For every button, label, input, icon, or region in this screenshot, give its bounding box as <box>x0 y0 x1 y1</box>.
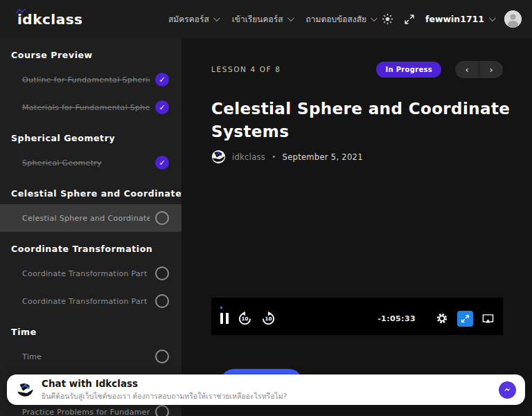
completed-check-icon: ✓ <box>155 156 169 170</box>
section-header: Course Preview <box>0 38 181 66</box>
sidebar-section: Spherical Geometry Spherical Geometry ✓ <box>0 121 181 177</box>
section-header: Spherical Geometry <box>0 121 181 149</box>
chevron-down-icon <box>213 15 220 21</box>
lesson-item-label: Materials for Fundamental Spherical A... <box>22 103 150 112</box>
next-lesson-button[interactable]: › <box>479 61 503 78</box>
lesson-meta-row: LESSON 4 OF 8 In Progress ‹ › <box>211 60 503 78</box>
prev-lesson-button[interactable]: ‹ <box>455 61 479 78</box>
forward-10-button[interactable]: 10 <box>261 311 276 326</box>
lesson-pager: ‹ › <box>455 61 503 78</box>
pause-button[interactable] <box>220 313 229 324</box>
course-sidebar: Course Preview Outline for Fundamental S… <box>0 38 181 416</box>
svg-text:10: 10 <box>265 316 272 322</box>
chevron-down-icon <box>287 15 294 21</box>
sidebar-section: Celestial Sphere and Coordinate Sy... Ce… <box>0 177 181 232</box>
constellation-icon <box>15 8 26 15</box>
lesson-item[interactable]: Coordinate Transformation Part 1 ✓ <box>0 260 181 287</box>
lesson-item-label: Spherical Geometry <box>22 159 150 168</box>
lesson-main: LESSON 4 OF 8 In Progress ‹ › Celestial … <box>181 38 532 416</box>
player-fullscreen-button[interactable] <box>457 311 473 327</box>
lesson-item[interactable]: Celestial Sphere and Coordinate Syste...… <box>0 204 181 232</box>
section-header: Time <box>0 315 181 343</box>
lesson-item-label: Coordinate Transformation Part 1 <box>22 269 150 278</box>
sidebar-section: Time Time ✓ <box>0 315 181 370</box>
chat-subtitle: ยินดีต้อนรับสู่เว็บไซต์ของเรา ต้องการสอบ… <box>42 390 287 402</box>
author-row: idkclass • September 5, 2021 <box>211 150 363 164</box>
nav-menu-item[interactable]: เข้าเรียนคอร์ส <box>232 12 292 26</box>
lesson-item[interactable]: Materials for Fundamental Spherical A...… <box>0 93 181 121</box>
app-logo[interactable]: idkclass <box>17 11 83 28</box>
publish-date: September 5, 2021 <box>283 152 363 162</box>
fullscreen-icon[interactable] <box>404 14 415 25</box>
nav-menu-item[interactable]: สมัครคอร์ส <box>168 12 218 26</box>
chevron-down-icon <box>371 15 378 21</box>
time-remaining: -1:05:33 <box>378 314 416 323</box>
user-menu[interactable]: fewwin1711 <box>425 14 494 24</box>
page-title: Celestial Sphere and Coordinate Systems <box>211 98 532 144</box>
airplay-icon[interactable] <box>482 314 494 324</box>
incomplete-circle-icon <box>155 294 169 308</box>
incomplete-circle-icon <box>155 405 169 416</box>
navbar-right: fewwin1711 <box>382 10 522 28</box>
section-items: Time ✓ <box>0 343 181 370</box>
username: fewwin1711 <box>425 14 484 24</box>
messenger-icon[interactable] <box>499 381 516 399</box>
incomplete-circle-icon <box>155 211 169 225</box>
section-header: Celestial Sphere and Coordinate Sy... <box>0 177 181 204</box>
rewind-10-button[interactable]: 10 <box>238 311 252 326</box>
incomplete-circle-icon <box>155 266 169 280</box>
author-name: idkclass <box>232 152 265 162</box>
section-items: Coordinate Transformation Part 1 ✓ Coord… <box>0 260 181 315</box>
avatar[interactable] <box>504 10 522 28</box>
lesson-item-label: Outline for Fundamental Spherical Astr..… <box>22 75 150 84</box>
nav-menu-item[interactable]: ถามตอบข้อสงสัย <box>306 12 375 26</box>
section-items: Spherical Geometry ✓ <box>0 149 181 177</box>
nav-menu-label: ถามตอบข้อสงสัย <box>306 12 366 26</box>
chat-logo-icon <box>16 381 35 399</box>
completed-check-icon: ✓ <box>155 100 169 114</box>
nav-menu: สมัครคอร์ส เข้าเรียนคอร์ส ถามตอบข้อสงสัย <box>168 12 375 26</box>
sidebar-sections: Course Preview Outline for Fundamental S… <box>0 38 181 416</box>
navbar: idkclass สมัครคอร์ส เข้าเรียนคอร์ส ถามตอ… <box>0 0 532 38</box>
nav-menu-label: สมัครคอร์ส <box>168 12 209 26</box>
lesson-item-label: Time <box>22 352 150 361</box>
section-header: Coordinate Transformation <box>0 232 181 260</box>
completed-check-icon: ✓ <box>155 73 169 87</box>
incomplete-circle-icon <box>155 350 169 363</box>
lesson-item[interactable]: Time ✓ <box>0 343 181 370</box>
lesson-counter: LESSON 4 OF 8 <box>211 65 281 73</box>
lesson-item[interactable]: Coordinate Transformation Part 2 ✓ <box>0 287 181 315</box>
svg-text:10: 10 <box>242 316 249 322</box>
section-items: Celestial Sphere and Coordinate Syste...… <box>0 204 181 232</box>
sidebar-section: Course Preview Outline for Fundamental S… <box>0 38 181 121</box>
status-badge: In Progress <box>376 62 441 78</box>
app-logo-text: idkclass <box>17 11 83 28</box>
lesson-item-label: Celestial Sphere and Coordinate Syste... <box>22 214 150 223</box>
lesson-item[interactable]: Outline for Fundamental Spherical Astr..… <box>0 66 181 93</box>
lesson-item-label: Coordinate Transformation Part 2 <box>22 297 150 306</box>
section-items: Outline for Fundamental Spherical Astr..… <box>0 66 181 121</box>
theme-toggle-icon[interactable] <box>382 13 393 25</box>
lesson-item[interactable]: Spherical Geometry ✓ <box>0 149 181 177</box>
progress-playhead[interactable] <box>220 307 222 309</box>
chevron-down-icon <box>489 15 496 21</box>
chat-widget[interactable]: Chat with Idkclass ยินดีต้อนรับสู่เว็บไซ… <box>7 374 525 405</box>
sidebar-section: Coordinate Transformation Coordinate Tra… <box>0 232 181 315</box>
lesson-item-label: Practice Problems for Fundamental Sp... <box>22 408 150 416</box>
chat-title: Chat with Idkclass <box>42 378 287 389</box>
dot-separator: • <box>272 152 276 161</box>
settings-gear-icon[interactable] <box>436 312 448 325</box>
video-player-controls: 10 10 -1:05:33 <box>211 298 503 335</box>
chat-text: Chat with Idkclass ยินดีต้อนรับสู่เว็บไซ… <box>42 378 287 402</box>
nav-menu-label: เข้าเรียนคอร์ส <box>232 12 283 26</box>
author-avatar <box>211 150 226 164</box>
